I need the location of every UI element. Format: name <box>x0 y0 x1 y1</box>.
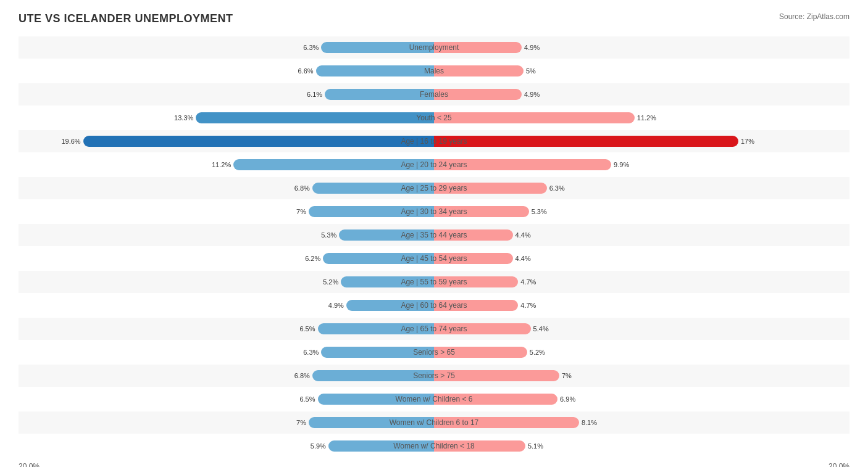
bar-right <box>434 253 513 264</box>
val-right: 6.3% <box>549 184 565 192</box>
bar-right <box>434 370 559 381</box>
right-section: 11.2% <box>434 107 849 129</box>
val-right: 8.1% <box>582 419 597 426</box>
left-section: 4.9% <box>19 294 434 316</box>
bar-left <box>321 347 434 358</box>
left-section: 7% <box>19 200 434 223</box>
right-section: 6.9% <box>434 388 849 410</box>
left-section: 5.3% <box>19 224 434 246</box>
chart-row: 6.5% 5.4% Age | 65 to 74 years <box>19 318 849 340</box>
bar-left <box>325 89 434 100</box>
bar-right <box>434 323 531 334</box>
val-right: 17% <box>741 138 754 145</box>
bar-left <box>309 417 434 428</box>
right-section: 4.9% <box>434 36 849 59</box>
bar-left <box>196 112 434 123</box>
right-section: 5% <box>434 60 849 82</box>
right-section: 4.7% <box>434 294 849 316</box>
chart-row: 5.3% 4.4% Age | 35 to 44 years <box>19 224 849 246</box>
val-left: 6.8% <box>294 372 310 379</box>
right-section: 9.9% <box>434 154 849 176</box>
axis-right: 20.0% <box>828 462 849 467</box>
val-right: 7% <box>562 372 572 379</box>
val-left: 6.6% <box>298 67 314 75</box>
chart-row: 6.5% 6.9% Women w/ Children < 6 <box>19 388 849 410</box>
axis-left: 20.0% <box>19 462 40 467</box>
left-section: 6.5% <box>19 318 434 340</box>
bar-right <box>434 300 518 311</box>
right-section: 4.4% <box>434 247 849 270</box>
bar-right <box>434 276 518 287</box>
bar-left <box>233 159 434 170</box>
left-section: 6.6% <box>19 60 434 82</box>
val-left: 13.3% <box>174 114 193 122</box>
left-section: 6.2% <box>19 247 434 270</box>
left-section: 6.1% <box>19 83 434 105</box>
left-section: 11.2% <box>19 154 434 176</box>
val-right: 4.7% <box>520 302 536 309</box>
right-section: 4.7% <box>434 271 849 293</box>
val-left: 6.8% <box>294 184 310 192</box>
chart-row: 19.6% 17% Age | 16 to 19 years <box>19 130 849 152</box>
bar-right <box>434 394 557 405</box>
right-section: 4.4% <box>434 224 849 246</box>
bar-right <box>434 65 524 76</box>
val-right: 5.1% <box>528 442 543 450</box>
chart-row: 11.2% 9.9% Age | 20 to 24 years <box>19 154 849 176</box>
bar-right <box>434 183 547 194</box>
val-left: 6.3% <box>303 349 319 356</box>
val-left: 7% <box>296 419 306 426</box>
right-section: 7% <box>434 365 849 387</box>
val-right: 5% <box>526 67 536 75</box>
bar-left <box>323 253 434 264</box>
left-section: 5.9% <box>19 435 434 457</box>
bar-left <box>339 229 434 241</box>
val-left: 6.5% <box>299 325 315 333</box>
bar-right <box>434 89 522 100</box>
bar-left <box>312 183 434 194</box>
right-section: 6.3% <box>434 177 849 199</box>
val-right: 4.9% <box>524 91 540 98</box>
bar-left <box>318 323 435 334</box>
chart-source: Source: ZipAtlas.com <box>779 12 849 21</box>
chart-row: 4.9% 4.7% Age | 60 to 64 years <box>19 294 849 316</box>
chart-row: 5.9% 5.1% Women w/ Children < 18 <box>19 435 849 457</box>
left-section: 6.5% <box>19 388 434 410</box>
chart-row: 6.2% 4.4% Age | 45 to 54 years <box>19 247 849 270</box>
val-right: 11.2% <box>637 114 656 122</box>
right-section: 8.1% <box>434 411 849 434</box>
bar-right <box>434 206 529 217</box>
bar-left <box>316 65 434 76</box>
val-left: 11.2% <box>212 161 231 168</box>
left-section: 6.8% <box>19 177 434 199</box>
bar-right <box>434 229 513 241</box>
bar-left <box>341 276 434 287</box>
val-right: 4.7% <box>520 278 536 286</box>
bar-right <box>434 440 525 452</box>
val-left: 6.1% <box>307 91 322 98</box>
bar-left <box>328 440 434 452</box>
val-left: 5.3% <box>321 231 336 239</box>
val-left: 6.3% <box>303 44 319 51</box>
bar-right <box>434 42 522 53</box>
right-section: 5.4% <box>434 318 849 340</box>
chart-row: 5.2% 4.7% Age | 55 to 59 years <box>19 271 849 293</box>
val-right: 4.4% <box>515 231 531 239</box>
val-left: 5.9% <box>311 442 326 450</box>
chart-row: 13.3% 11.2% Youth < 25 <box>19 107 849 129</box>
chart-row: 6.8% 7% Seniors > 75 <box>19 365 849 387</box>
left-section: 7% <box>19 411 434 434</box>
val-right: 5.3% <box>532 208 547 215</box>
chart-row: 6.6% 5% Males <box>19 60 849 82</box>
chart-row: 6.8% 6.3% Age | 25 to 29 years <box>19 177 849 199</box>
left-section: 6.3% <box>19 36 434 59</box>
left-section: 5.2% <box>19 271 434 293</box>
chart-title: UTE VS ICELANDER UNEMPLOYMENT <box>19 12 233 25</box>
val-right: 5.4% <box>533 325 549 333</box>
left-section: 6.3% <box>19 341 434 363</box>
val-left: 7% <box>296 208 306 215</box>
val-right: 4.4% <box>515 255 531 262</box>
val-left: 6.2% <box>305 255 320 262</box>
chart-area: 6.3% 4.9% Unemployment 6.6% 5% Males 6.1… <box>19 36 849 457</box>
val-left: 5.2% <box>323 278 338 286</box>
